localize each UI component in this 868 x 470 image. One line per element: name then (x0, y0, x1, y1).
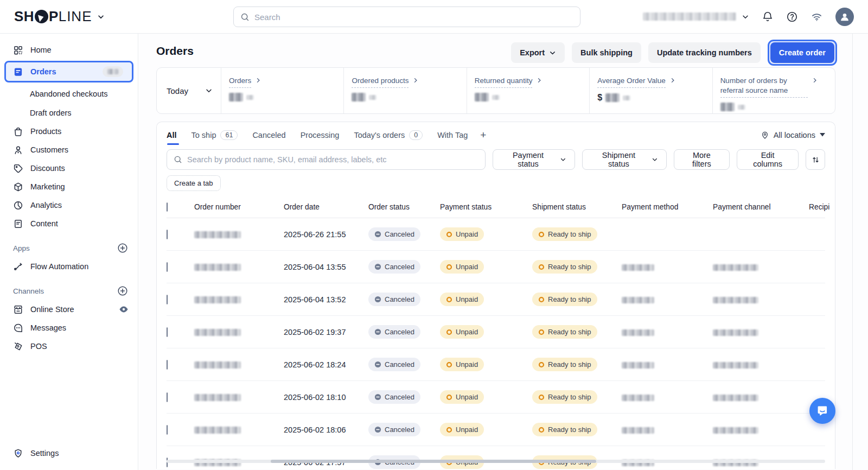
sidebar-item-messages[interactable]: Messages (0, 319, 138, 337)
row-checkbox[interactable] (167, 327, 168, 337)
order-search-input[interactable] (187, 155, 478, 164)
order-row[interactable]: 2025-06-02 18:10 Canceled Unpaid Ready t… (167, 381, 825, 414)
sidebar-item-analytics[interactable]: Analytics (0, 196, 138, 214)
order-row[interactable]: 2025-06-04 13:52 Canceled Unpaid Ready t… (167, 283, 825, 316)
sidebar-item-label: Flow Automation (30, 262, 129, 271)
stat-metric-link[interactable]: Number of orders by referral source name (720, 76, 818, 98)
column-header: Shipment status (532, 203, 622, 211)
sidebar-item-label: Marketing (30, 182, 129, 191)
shipment-status-dropdown[interactable]: Shipment status (582, 149, 667, 170)
add-channel-icon[interactable] (117, 285, 128, 296)
notifications-bell-icon[interactable] (762, 11, 774, 23)
stat-metric-link[interactable]: Ordered products (352, 76, 419, 88)
add-app-icon[interactable] (117, 243, 128, 253)
row-checkbox[interactable] (167, 360, 168, 370)
order-row[interactable]: 2025-06-02 19:37 Canceled Unpaid Ready t… (167, 316, 825, 348)
sidebar-item-discounts[interactable]: Discounts (0, 159, 138, 177)
bulk-shipping-button[interactable]: Bulk shipping (572, 42, 641, 63)
order-row[interactable]: 2025-06-02 18:06 Canceled Unpaid Ready t… (167, 414, 825, 446)
sidebar-item-content[interactable]: Content (0, 214, 138, 233)
location-filter-dropdown[interactable]: All locations (761, 131, 825, 139)
unpaid-icon (446, 394, 452, 401)
order-row[interactable]: 2025-06-04 13:55 Canceled Unpaid Ready t… (167, 251, 825, 283)
global-search-input[interactable] (254, 12, 573, 22)
order-tab[interactable]: To ship 61 (192, 122, 238, 148)
payment-channel-redacted (713, 329, 758, 336)
unpaid-icon (446, 427, 452, 433)
sidebar-item-label: POS (30, 342, 129, 351)
order-tab[interactable]: Processing (301, 122, 340, 148)
view-store-eye-icon[interactable] (118, 304, 129, 315)
row-checkbox[interactable] (167, 392, 168, 402)
tab-count-badge: 61 (220, 130, 238, 140)
shipment-status-badge: Ready to ship (532, 358, 597, 371)
vertical-scrollbar-track[interactable] (852, 34, 853, 470)
order-number-redacted (194, 264, 241, 271)
select-all-checkbox[interactable] (167, 202, 168, 212)
sidebar-item-label: Content (30, 219, 129, 228)
payment-method-redacted (622, 297, 654, 303)
payment-status-badge: Unpaid (440, 260, 484, 274)
row-checkbox[interactable] (167, 425, 168, 435)
sidebar-item-products[interactable]: Products (0, 122, 138, 141)
sidebar-item-online-store[interactable]: Online Store (0, 300, 138, 319)
more-filters-button[interactable]: More filters (674, 149, 730, 170)
help-icon[interactable] (786, 11, 798, 23)
sidebar-item-flow-automation[interactable]: Flow Automation (0, 257, 138, 276)
customers-icon (13, 145, 23, 155)
column-header: Payment status (440, 203, 532, 211)
account-avatar[interactable] (835, 8, 854, 26)
shipment-status-badge: Ready to ship (532, 390, 597, 404)
order-row[interactable]: 2025-06-26 21:55 Canceled Unpaid Ready t… (167, 218, 825, 251)
payment-method-redacted (622, 427, 654, 434)
update-tracking-button[interactable]: Update tracking numbers (648, 42, 761, 63)
stat-metric-link[interactable]: Average Order Value (597, 76, 676, 88)
orders-table-card: All To ship 61 Canceled Processing Today… (156, 122, 835, 469)
row-checkbox[interactable] (167, 262, 168, 272)
shipment-status-badge: Ready to ship (532, 260, 597, 274)
date-range-dropdown[interactable]: Today (157, 68, 221, 113)
order-search[interactable] (167, 149, 486, 170)
sidebar-item-abandoned-checkouts[interactable]: Abandoned checkouts (0, 84, 138, 103)
horizontal-scrollbar[interactable] (167, 460, 825, 463)
order-tab[interactable]: All (167, 122, 177, 148)
payment-method-redacted (622, 395, 654, 401)
sort-button[interactable] (806, 149, 825, 170)
stat-metric-link[interactable]: Orders (229, 76, 261, 88)
sidebar-item-marketing[interactable]: Marketing (0, 177, 138, 196)
sidebar-item-settings[interactable]: Settings (0, 444, 138, 462)
wifi-status-icon[interactable] (810, 10, 823, 23)
sidebar-item-orders[interactable]: Orders (6, 62, 132, 81)
sidebar-item-pos[interactable]: POS (0, 337, 138, 355)
sidebar-item-customers[interactable]: Customers (0, 141, 138, 159)
main-content: Orders Export Bulk shipping Update track… (139, 34, 868, 470)
global-search[interactable] (233, 7, 580, 27)
order-row[interactable]: 2025-06-02 17:57 Canceled Unpaid Ready t… (167, 446, 825, 469)
row-checkbox[interactable] (167, 230, 168, 239)
row-checkbox[interactable] (167, 295, 168, 304)
order-tab[interactable]: Today's orders 0 (354, 122, 423, 148)
stat-metric-link[interactable]: Returned quantity (475, 76, 543, 88)
marketing-cube-icon (13, 182, 23, 192)
discounts-tag-icon (13, 163, 23, 174)
sidebar-item-draft-orders[interactable]: Draft orders (0, 103, 138, 122)
chevron-down-icon (560, 156, 566, 163)
support-chat-button[interactable] (809, 398, 835, 424)
create-a-tab-button[interactable]: Create a tab (167, 175, 221, 191)
sidebar-item-label: Messages (30, 323, 129, 332)
messages-icon (13, 323, 23, 333)
order-tab[interactable]: Canceled (252, 122, 285, 148)
order-tab[interactable]: With Tag (437, 122, 468, 148)
order-tabs: All To ship 61 Canceled Processing Today… (167, 122, 825, 148)
shopline-logo[interactable]: SHPLINE (0, 8, 105, 25)
order-row[interactable]: 2025-06-02 18:24 Canceled Unpaid Ready t… (167, 348, 825, 381)
create-order-button[interactable]: Create order (770, 42, 834, 63)
sidebar-item-home[interactable]: Home (0, 41, 138, 59)
edit-columns-button[interactable]: Edit columns (737, 149, 799, 170)
export-button[interactable]: Export (511, 42, 565, 63)
payment-status-dropdown[interactable]: Payment status (493, 149, 575, 170)
store-switcher[interactable] (643, 12, 749, 21)
shipment-status-badge: Ready to ship (532, 293, 597, 306)
add-tab-icon[interactable]: + (480, 129, 486, 141)
horizontal-scrollbar-thumb[interactable] (271, 460, 596, 463)
